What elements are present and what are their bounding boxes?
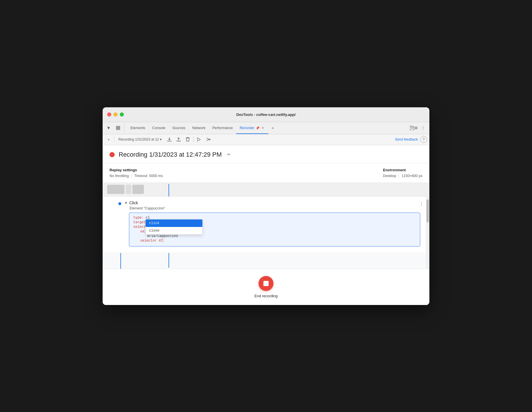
code-target-key: target bbox=[133, 220, 146, 224]
settings-row: Replay settings No throttling | Timeout:… bbox=[103, 163, 429, 183]
step-description: Element "Cappuccino" bbox=[124, 206, 425, 210]
tab-console[interactable]: Console bbox=[149, 122, 169, 134]
chevron-down-icon: ▾ bbox=[160, 137, 162, 141]
inspect-icon-button[interactable] bbox=[114, 124, 122, 132]
steps-area: ▼ Click Element "Cappuccino" ⋮ type: cl … bbox=[103, 183, 429, 269]
end-recording-button[interactable] bbox=[259, 276, 273, 291]
help-button[interactable]: ? bbox=[420, 136, 427, 143]
code-line-selector2-label: selector #2: bbox=[133, 239, 416, 243]
more-options-button[interactable]: ⋮ bbox=[419, 124, 427, 132]
tab-recorder[interactable]: Recorder 📌 ✕ bbox=[236, 122, 268, 134]
step-expand-icon[interactable]: ▼ bbox=[124, 201, 128, 205]
toolbar-divider-1 bbox=[114, 137, 114, 142]
tab-elements[interactable]: Elements bbox=[127, 122, 149, 134]
replay-settings-label: Replay settings bbox=[109, 168, 163, 172]
toolbar-divider-2 bbox=[193, 137, 193, 142]
tab-right-controls: ⚙ ⋮ bbox=[410, 124, 427, 132]
play-button[interactable] bbox=[195, 136, 203, 143]
stop-icon bbox=[263, 281, 269, 286]
step-preview-thumb-2 bbox=[126, 185, 131, 194]
new-recording-button[interactable]: + bbox=[105, 136, 112, 143]
edit-icon[interactable]: ✏ bbox=[227, 152, 231, 157]
environment-values: Desktop | 1150×800 px bbox=[383, 174, 423, 178]
throttling-value: No throttling bbox=[109, 174, 129, 178]
tab-more[interactable]: » bbox=[268, 122, 277, 134]
timeout-value: Timeout: 5000 ms bbox=[134, 174, 163, 178]
step-header: ▼ Click bbox=[124, 201, 425, 205]
resolution-value: 1150×800 px bbox=[402, 174, 423, 178]
devtools-window: DevTools - coffee-cart.netlify.app/ Elem… bbox=[103, 107, 429, 305]
title-bar: DevTools - coffee-cart.netlify.app/ bbox=[103, 107, 429, 122]
environment-label: Environment bbox=[383, 168, 423, 172]
recording-selector[interactable]: Recording 1/31/2023 at 12 ▾ bbox=[116, 137, 164, 142]
step-more-button[interactable]: ⋮ bbox=[418, 201, 425, 207]
replay-settings-values: No throttling | Timeout: 5000 ms bbox=[109, 174, 163, 178]
toolbar-right: Send feedback ? bbox=[395, 136, 427, 143]
replay-settings-group: Replay settings No throttling | Timeout:… bbox=[109, 168, 163, 178]
minimize-traffic-light[interactable] bbox=[114, 112, 118, 116]
autocomplete-item-click[interactable]: click bbox=[146, 219, 202, 227]
code-selector2-label: selector #2: bbox=[140, 239, 165, 243]
window-title: DevTools - coffee-cart.netlify.app/ bbox=[236, 112, 296, 117]
end-recording-section: End recording bbox=[103, 269, 429, 305]
autocomplete-dropdown: click close bbox=[145, 219, 203, 235]
code-editor[interactable]: type: cl target select selector #1: ar bbox=[129, 213, 420, 246]
recording-dot bbox=[109, 152, 115, 157]
code-line-selector1-value: aria/Cappuccino bbox=[133, 234, 416, 238]
step-name: Click bbox=[129, 201, 138, 205]
tab-sources[interactable]: Sources bbox=[169, 122, 189, 134]
import-button[interactable] bbox=[175, 136, 182, 143]
step-item-click: ▼ Click Element "Cappuccino" ⋮ type: cl … bbox=[103, 197, 429, 253]
main-content: Recording 1/31/2023 at 12:47:29 PM ✏ Rep… bbox=[103, 145, 429, 305]
scrollbar-thumb[interactable] bbox=[427, 199, 429, 222]
settings-separator: | bbox=[131, 174, 132, 178]
step-preview-bar bbox=[103, 183, 429, 197]
autocomplete-item-close[interactable]: close bbox=[146, 227, 202, 234]
svg-rect-3 bbox=[118, 128, 120, 130]
scrollbar[interactable] bbox=[426, 197, 429, 269]
tab-network[interactable]: Network bbox=[189, 122, 209, 134]
step-dot bbox=[118, 202, 121, 205]
pin-icon: 📌 bbox=[256, 126, 260, 130]
maximize-traffic-light[interactable] bbox=[120, 112, 124, 116]
code-selector-key: select bbox=[133, 225, 146, 229]
svg-rect-0 bbox=[116, 126, 118, 128]
svg-rect-2 bbox=[116, 128, 118, 130]
environment-settings-group: Environment Desktop | 1150×800 px bbox=[383, 168, 423, 178]
svg-point-4 bbox=[209, 139, 210, 140]
desktop-value: Desktop bbox=[383, 174, 396, 178]
step-preview-thumb-1 bbox=[107, 185, 124, 194]
close-traffic-light[interactable] bbox=[107, 112, 111, 116]
step-preview-thumb-3 bbox=[132, 185, 144, 194]
recorder-toolbar: + Recording 1/31/2023 at 12 ▾ bbox=[103, 134, 429, 145]
tab-icon-group bbox=[105, 124, 125, 132]
end-recording-label: End recording bbox=[255, 294, 278, 298]
delete-button[interactable] bbox=[184, 136, 191, 143]
settings-button[interactable]: ⚙ bbox=[410, 124, 418, 132]
recording-header: Recording 1/31/2023 at 12:47:29 PM ✏ bbox=[103, 145, 429, 163]
svg-rect-1 bbox=[118, 126, 120, 128]
step-button[interactable] bbox=[204, 136, 212, 143]
send-feedback-link[interactable]: Send feedback bbox=[395, 137, 418, 141]
export-button[interactable] bbox=[166, 136, 173, 143]
code-selector1-value: aria/Cappuccino bbox=[147, 234, 178, 238]
cursor-icon-button[interactable] bbox=[105, 124, 113, 132]
recording-title: Recording 1/31/2023 at 12:47:29 PM bbox=[119, 151, 222, 158]
env-separator: | bbox=[398, 174, 399, 178]
traffic-lights bbox=[107, 112, 124, 116]
code-type-key: type: bbox=[133, 216, 144, 220]
close-tab-icon[interactable]: ✕ bbox=[261, 125, 265, 131]
devtools-tab-bar: Elements Console Sources Network Perform… bbox=[103, 122, 429, 134]
tab-performance[interactable]: Performance bbox=[209, 122, 236, 134]
